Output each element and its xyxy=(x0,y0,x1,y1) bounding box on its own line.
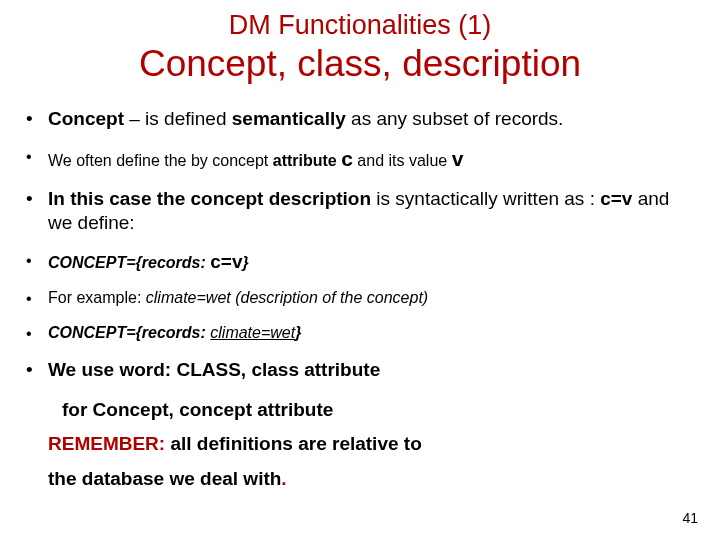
sym-c: c xyxy=(341,147,353,170)
text: – is defined xyxy=(124,108,232,129)
text-bold: semantically xyxy=(232,108,351,129)
text-bold-italic: } xyxy=(243,254,249,271)
text-bold-italic: CONCEPT={records: xyxy=(48,254,210,271)
sym-v: v xyxy=(452,147,464,170)
text: and its value xyxy=(353,152,452,169)
bullet-concept-description: In this case the concept description is … xyxy=(48,187,690,235)
bullet-example: For example: climate=wet (description of… xyxy=(48,288,690,308)
bullet-concept-def: Concept – is defined semantically as any… xyxy=(48,107,690,131)
text-bold: all definitions are relative to xyxy=(165,433,422,454)
text-bold-italic: CONCEPT={records: xyxy=(48,324,210,341)
text-bold: c=v xyxy=(600,188,638,209)
text-bold: c=v xyxy=(210,251,242,272)
page-number: 41 xyxy=(682,510,698,526)
title-line-1: DM Functionalities (1) xyxy=(0,10,720,41)
text: is syntactically written as : xyxy=(376,188,600,209)
text-bold: In this case the concept description xyxy=(48,188,376,209)
title-line-2: Concept, class, description xyxy=(0,43,720,85)
text: as any subset of records. xyxy=(351,108,563,129)
period-red: . xyxy=(281,468,286,489)
text: We often define the by concept xyxy=(48,152,273,169)
title-block: DM Functionalities (1) Concept, class, d… xyxy=(0,0,720,85)
text-italic-underline: climate=wet xyxy=(210,324,295,341)
remember-label: REMEMBER: xyxy=(48,433,165,454)
text-bold: for Concept, concept attribute xyxy=(48,397,720,423)
trailing-paragraph: for Concept, concept attribute REMEMBER:… xyxy=(0,397,720,492)
text-bold: attribute xyxy=(273,152,341,169)
text-bold: the database we deal with xyxy=(48,468,281,489)
text-bold: Concept xyxy=(48,108,124,129)
bullet-list: Concept – is defined semantically as any… xyxy=(0,107,720,382)
slide: DM Functionalities (1) Concept, class, d… xyxy=(0,0,720,540)
text-bold-italic: } xyxy=(295,324,301,341)
text-italic: climate=wet (description of the concept) xyxy=(146,289,428,306)
text: For example: xyxy=(48,289,146,306)
text-bold: We use word: CLASS, class attribute xyxy=(48,359,380,380)
bullet-attr-value: We often define the by concept attribute… xyxy=(48,146,690,172)
bullet-concept-set: CONCEPT={records: c=v} xyxy=(48,250,690,274)
bullet-concept-set-example: CONCEPT={records: climate=wet} xyxy=(48,323,690,343)
bullet-class-word: We use word: CLASS, class attribute xyxy=(48,358,690,382)
